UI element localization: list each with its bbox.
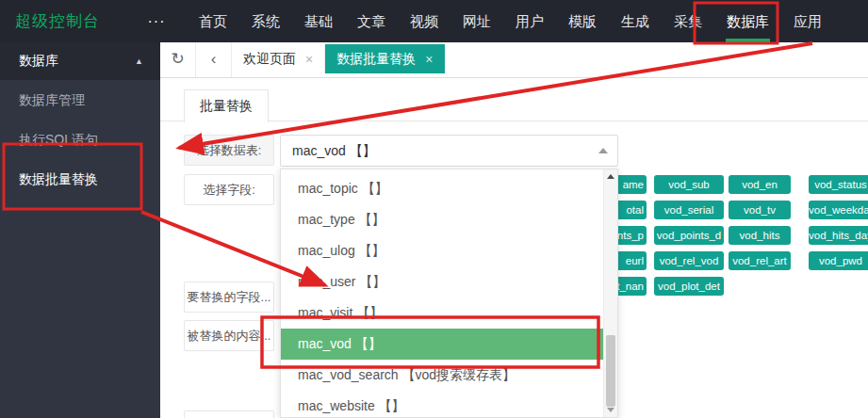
field-button-vod_hits_day[interactable]: vod_hits_day [809,226,868,245]
table-select-dropdown: mac_topic 【】mac_type 【】mac_ulog 【】mac_us… [280,169,618,418]
scrollbar-thumb[interactable] [606,335,615,407]
admin-console-screen: 超级控制台 ··· 首页系统基础文章视频网址用户模版生成采集数据库应用 数据库 … [0,0,868,418]
scrollbar-up-button[interactable] [604,169,617,184]
sidebar-items: 数据库管理执行SQL语句数据批量替换 [0,80,160,199]
field-button-vod_points_d[interactable]: vod_points_d [654,226,724,245]
table-select-value: mac_vod 【】 [292,143,376,158]
sidebar-item-db-manage[interactable]: 数据库管理 [0,80,160,120]
dropdown-list: mac_topic 【】mac_type 【】mac_ulog 【】mac_us… [281,173,603,418]
more-menu-icon[interactable]: ··· [139,13,173,30]
nav-item-article[interactable]: 文章 [345,0,398,42]
label-field-to-replace: 要替换的字段... [184,281,274,313]
dropdown-option-mac_vod[interactable]: mac_vod 【】 [281,329,603,360]
nav-item-generate[interactable]: 生成 [609,0,662,42]
dropdown-option-mac_type[interactable]: mac_type 【】 [281,204,603,235]
field-button-vod_tv[interactable]: vod_tv [729,201,791,219]
brand-title: 超级控制台 [15,10,126,32]
field-button-vod_rel_vod[interactable]: vod_rel_vod [654,251,724,270]
dropdown-option-mac_visit[interactable]: mac_visit 【】 [281,297,603,329]
field-button-vod_weekday[interactable]: vod_weekday [809,201,868,219]
nav-item-basic[interactable]: 基础 [292,0,345,42]
doc-tab-batch-replace[interactable]: 数据批量替换× [325,44,445,73]
scrollbar-down-button[interactable] [604,403,617,417]
nav-item-collect[interactable]: 采集 [662,0,714,42]
doc-tab-label: 数据批量替换 [336,51,416,68]
nav-item-app[interactable]: 应用 [781,0,834,42]
field-button-vod_en[interactable]: vod_en [729,175,791,194]
refresh-icon: ↻ [171,50,184,68]
field-button-vod_serial[interactable]: vod_serial [654,201,724,219]
label-bottom-clipped [184,410,274,418]
top-navbar: 超级控制台 ··· 首页系统基础文章视频网址用户模版生成采集数据库应用 [0,0,868,42]
document-tabbar: ↻ ‹ 欢迎页面×数据批量替换× [160,42,868,78]
scroll-up-icon [607,174,614,179]
refresh-button[interactable]: ↻ [160,42,196,77]
sidebar-group-database[interactable]: 数据库 ▲ [0,42,160,80]
collapse-up-icon: ▲ [135,56,143,66]
field-button-vod_status[interactable]: vod_status [809,175,868,194]
field-button-vod_rel_art[interactable]: vod_rel_art [729,251,791,270]
field-button-vod_hits[interactable]: vod_hits [729,226,791,245]
dropdown-scrollbar[interactable] [603,169,617,417]
nav-menu: 首页系统基础文章视频网址用户模版生成采集数据库应用 [187,0,834,42]
table-select[interactable]: mac_vod 【】 [280,135,618,167]
sidebar: 数据库 ▲ 数据库管理执行SQL语句数据批量替换 [0,42,160,418]
dropdown-option-mac_user[interactable]: mac_user 【】 [281,266,603,297]
document-tabs: 欢迎页面×数据批量替换× [232,42,445,77]
doc-tab-welcome[interactable]: 欢迎页面× [232,44,325,73]
label-select-field: 选择字段: [184,174,274,205]
dropdown-option-mac_vod_search[interactable]: mac_vod_search 【vod搜索缓存表】 [281,360,603,391]
nav-item-database[interactable]: 数据库 [714,0,781,42]
dropdown-option-mac_website[interactable]: mac_website 【】 [281,391,603,418]
main-content: ameotalints_peurlt_nanvod_subvod_serialv… [160,78,868,418]
chevron-up-icon [598,148,608,153]
nav-item-url[interactable]: 网址 [450,0,503,42]
close-icon[interactable]: × [425,52,433,67]
sidebar-group-label: 数据库 [19,53,58,70]
label-content-replaced: 被替换的内容... [184,320,274,351]
nav-item-system[interactable]: 系统 [239,0,292,42]
scroll-tabs-left-button[interactable]: ‹ [196,42,232,77]
dropdown-option-mac_topic[interactable]: mac_topic 【】 [281,173,603,204]
field-button-vod_pwd[interactable]: vod_pwd [809,251,868,270]
sidebar-item-exec-sql[interactable]: 执行SQL语句 [0,120,160,159]
tab-batch-replace[interactable]: 批量替换 [184,89,269,122]
sidebar-item-batch-replace[interactable]: 数据批量替换 [0,159,160,199]
field-button-vod_plot_det[interactable]: vod_plot_det [654,277,724,296]
scroll-down-icon [607,408,614,412]
nav-item-template[interactable]: 模版 [556,0,609,42]
doc-tab-label: 欢迎页面 [243,51,296,68]
nav-item-user[interactable]: 用户 [503,0,556,42]
nav-item-video[interactable]: 视频 [398,0,450,42]
chevron-left-icon: ‹ [211,50,217,68]
field-button-vod_sub[interactable]: vod_sub [654,175,724,194]
dropdown-option-mac_ulog[interactable]: mac_ulog 【】 [281,235,603,266]
label-select-table: 选择数据表: [184,135,274,166]
nav-item-home[interactable]: 首页 [187,0,239,42]
close-icon[interactable]: × [305,52,313,67]
